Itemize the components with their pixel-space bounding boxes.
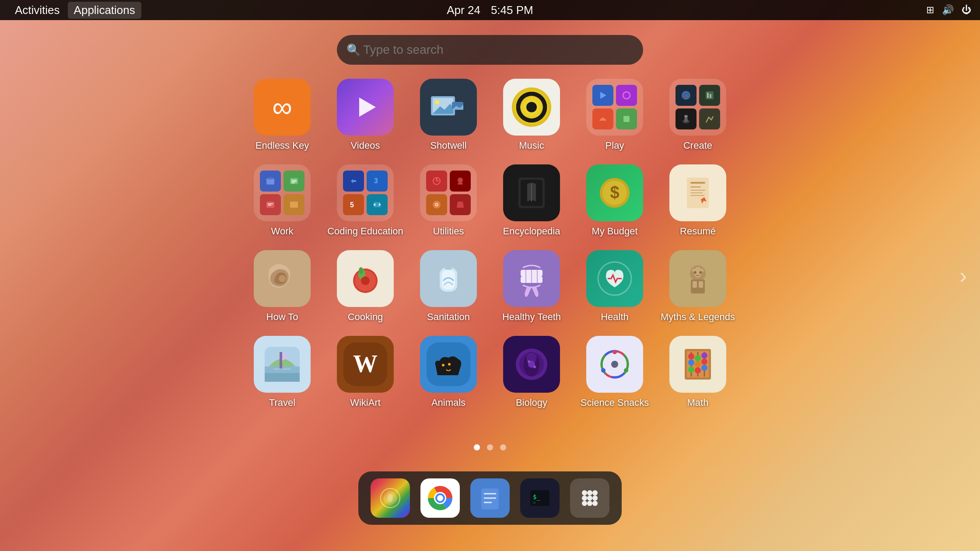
svg-point-4: [435, 100, 439, 105]
app-coding-education[interactable]: 3 5 Coding Education: [330, 164, 400, 237]
app-shotwell[interactable]: Shotwell: [413, 79, 483, 151]
svg-text:W: W: [353, 350, 378, 377]
app-row-2: Work 3 5: [247, 164, 733, 237]
network-icon[interactable]: ⊞: [926, 4, 934, 16]
volume-icon[interactable]: 🔊: [942, 4, 954, 16]
svg-marker-0: [359, 98, 376, 117]
svg-rect-46: [690, 195, 704, 196]
activities-button[interactable]: Activities: [9, 2, 66, 19]
app-resume-label: Resumé: [680, 226, 716, 237]
app-science-snacks[interactable]: Science Snacks: [580, 336, 650, 408]
svg-rect-44: [690, 190, 705, 191]
app-music-label: Music: [519, 140, 544, 151]
app-my-budget[interactable]: $ My Budget: [580, 164, 650, 237]
app-resume[interactable]: Resumé: [663, 164, 733, 237]
biology-icon-svg: [510, 342, 553, 386]
app-health-label: Health: [601, 311, 629, 323]
svg-point-103: [701, 352, 707, 359]
app-play[interactable]: Play: [580, 79, 650, 151]
music-center-dot: [526, 102, 537, 112]
svg-point-76: [450, 358, 457, 362]
svg-rect-8: [623, 116, 630, 122]
svg-point-77: [442, 364, 444, 366]
howto-icon-svg: [260, 257, 304, 300]
endless-key-logo: ∞: [272, 93, 292, 121]
search-container: 🔍: [337, 35, 643, 65]
page-dot-2[interactable]: [487, 444, 493, 450]
app-encyclopedia[interactable]: Encyclopedia: [497, 164, 567, 237]
app-work[interactable]: Work: [247, 164, 317, 237]
dock-gnome-software[interactable]: [371, 478, 410, 518]
svg-rect-72: [280, 352, 282, 370]
page-dot-3[interactable]: [500, 444, 506, 450]
app-create-label: Create: [683, 140, 712, 151]
app-wikiart[interactable]: W WikiArt: [330, 336, 400, 408]
coding-folder-grid: 3 5: [337, 164, 394, 221]
app-myths-legends[interactable]: Myths & Legends: [663, 250, 733, 323]
next-page-arrow[interactable]: ›: [959, 263, 967, 288]
app-sanitation-label: Sanitation: [427, 311, 470, 323]
videos-icon-svg: [348, 90, 383, 125]
dock-app-grid[interactable]: [570, 478, 609, 518]
svg-point-78: [448, 363, 451, 366]
app-how-to[interactable]: How To: [247, 250, 317, 323]
svg-point-100: [695, 355, 701, 361]
play-folder-grid: [586, 79, 643, 136]
svg-point-123: [582, 495, 587, 501]
work-folder-grid: [254, 164, 311, 221]
app-create[interactable]: 🎧: [663, 79, 733, 151]
app-play-label: Play: [606, 140, 624, 151]
app-sanitation[interactable]: Sanitation: [413, 250, 483, 323]
app-budget-label: My Budget: [592, 226, 637, 237]
svg-point-98: [688, 353, 694, 359]
svg-rect-55: [445, 265, 452, 270]
math-icon-svg: [676, 342, 720, 386]
utilities-folder-grid: ⚙: [420, 164, 477, 221]
svg-point-120: [582, 490, 587, 495]
svg-point-47: [279, 275, 286, 282]
app-cooking[interactable]: Cooking: [330, 250, 400, 323]
svg-rect-43: [690, 186, 701, 188]
power-icon[interactable]: ⏻: [962, 4, 971, 16]
svg-text:>: >: [533, 500, 536, 506]
app-math[interactable]: Math: [663, 336, 733, 408]
app-healthyteeth-label: Healthy Teeth: [502, 311, 561, 323]
search-input[interactable]: [337, 35, 643, 65]
app-health[interactable]: Health: [580, 250, 650, 323]
page-dot-1[interactable]: [474, 444, 480, 450]
svg-point-51: [359, 267, 363, 274]
dock: $_ >: [358, 471, 622, 525]
app-animals[interactable]: Animals: [413, 336, 483, 408]
svg-rect-16: [266, 178, 274, 185]
dock-terminal[interactable]: $_ >: [520, 478, 560, 518]
topbar-date: Apr 24: [447, 3, 480, 17]
app-healthy-teeth[interactable]: Healthy Teeth: [497, 250, 567, 323]
app-endless-key[interactable]: ∞ Endless Key: [247, 79, 317, 151]
svg-point-92: [624, 368, 628, 373]
svg-text:$: $: [610, 183, 619, 202]
myths-icon-svg: [676, 257, 720, 300]
wikiart-icon-svg: W: [343, 342, 387, 386]
svg-point-106: [688, 366, 694, 373]
app-math-label: Math: [687, 397, 709, 408]
svg-text:⚙: ⚙: [434, 202, 439, 207]
svg-rect-71: [265, 373, 300, 382]
dock-notes[interactable]: [470, 478, 510, 518]
svg-point-126: [582, 501, 587, 506]
app-biology[interactable]: Biology: [497, 336, 567, 408]
svg-point-112: [437, 495, 443, 501]
app-travel[interactable]: Travel: [247, 336, 317, 408]
svg-text:5: 5: [350, 201, 354, 209]
svg-point-122: [592, 490, 598, 495]
svg-rect-113: [481, 488, 499, 509]
dock-chromium[interactable]: [420, 478, 460, 518]
science-icon-svg: [593, 342, 637, 386]
applications-button[interactable]: Applications: [68, 2, 141, 19]
svg-point-84: [528, 360, 530, 363]
app-music[interactable]: Music: [497, 79, 567, 151]
app-videos[interactable]: Videos: [330, 79, 400, 151]
svg-point-90: [612, 350, 617, 354]
page-dots: [474, 444, 506, 450]
svg-point-7: [623, 92, 630, 99]
app-utilities[interactable]: ⚙ Utilities: [413, 164, 483, 237]
